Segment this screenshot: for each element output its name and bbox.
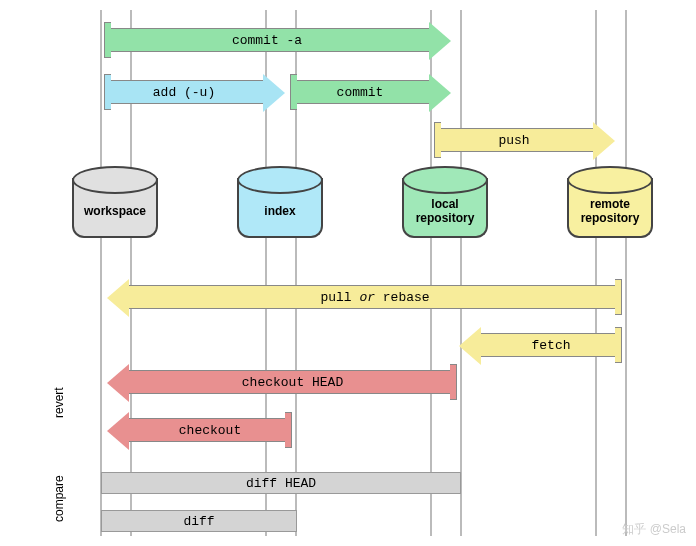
- arrow-label: fetch: [481, 338, 621, 353]
- arrow-checkout-head: checkout HEAD: [128, 370, 457, 394]
- cylinder-label: index: [264, 204, 295, 218]
- arrow-label: commit: [291, 85, 429, 100]
- arrow-commit-a: commit -a: [104, 28, 430, 52]
- bar-diff: diff: [101, 510, 297, 532]
- bar-diff-head: diff HEAD: [101, 472, 461, 494]
- side-label-compare: compare: [52, 475, 66, 522]
- arrow-commit: commit: [290, 80, 430, 104]
- location-index: index: [237, 178, 323, 238]
- arrow-checkout: checkout: [128, 418, 292, 442]
- arrow-label: checkout HEAD: [129, 375, 456, 390]
- side-label-revert: revert: [52, 387, 66, 418]
- location-local-repository: local repository: [402, 178, 488, 238]
- bar-label: diff: [183, 514, 214, 529]
- location-remote-repository: remote repository: [567, 178, 653, 238]
- arrow-label: pull or rebase: [129, 290, 621, 305]
- arrow-label: checkout: [129, 423, 291, 438]
- git-workflow-diagram: commit -a add (-u) commit push workspace…: [0, 0, 696, 546]
- arrow-fetch: fetch: [480, 333, 622, 357]
- bar-label: diff HEAD: [246, 476, 316, 491]
- cylinder-label: local repository: [404, 197, 486, 226]
- cylinder-label: workspace: [84, 204, 146, 218]
- arrow-label: add (-u): [105, 85, 263, 100]
- arrow-label: push: [435, 133, 593, 148]
- location-workspace: workspace: [72, 178, 158, 238]
- watermark: 知乎 @Sela: [622, 521, 686, 538]
- cylinder-label: remote repository: [569, 197, 651, 226]
- arrow-push: push: [434, 128, 594, 152]
- arrow-add: add (-u): [104, 80, 264, 104]
- arrow-label: commit -a: [105, 33, 429, 48]
- arrow-pull-rebase: pull or rebase: [128, 285, 622, 309]
